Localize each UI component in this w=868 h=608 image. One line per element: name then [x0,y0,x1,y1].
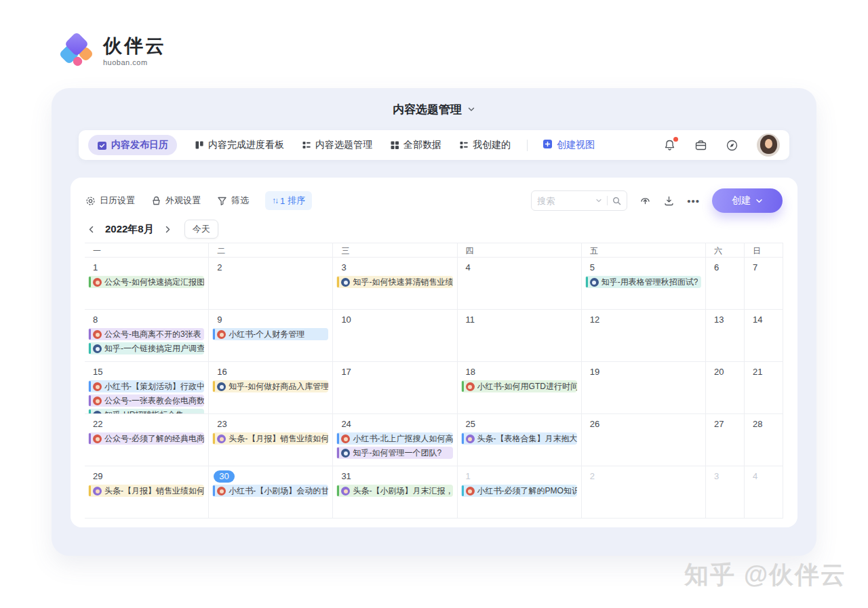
calendar-event[interactable]: 知乎-一个链接搞定用户调查... [88,342,204,354]
calendar-event[interactable]: 小红书-必须了解的PMO知识... [461,485,577,497]
calendar-event[interactable]: 知乎-如何管理一个团队? [336,447,452,459]
tab-全部数据[interactable]: 全部数据 [390,139,441,151]
calendar-day-cell[interactable]: 28 [745,414,783,466]
day-number: 23 [217,418,226,430]
day-number: 1 [466,470,471,483]
calendar-day-cell[interactable]: 1小红书-必须了解的PMO知识... [458,466,582,519]
calendar-day-cell[interactable]: 27 [706,414,745,466]
calendar-day-cell[interactable]: 10 [333,310,457,362]
calendar-event[interactable]: 头条-【月报】销售业绩如何... [88,485,204,497]
compass-icon[interactable] [726,139,738,152]
search-input[interactable] [537,196,585,206]
user-avatar[interactable] [757,134,780,157]
event-title: 知乎-HR招聘指标合集 [104,409,184,415]
tab-label: 内容选题管理 [315,139,372,151]
bell-icon[interactable] [663,139,676,152]
calendar-day-cell[interactable]: 18小红书-如何用GTD进行时间... [458,362,582,414]
calendar-day-cell[interactable]: 26 [582,414,706,466]
create-view-button[interactable]: 创建视图 [542,139,595,151]
kanban-icon [195,140,204,150]
calendar-event[interactable]: 知乎-用表格管理秋招面试? [585,276,701,288]
calendar-day-cell[interactable]: 2 [209,258,333,310]
calendar-day-cell[interactable]: 17 [333,362,457,414]
workspace-card: 内容选题管理 内容发布日历内容完成进度看板内容选题管理全部数据我创建的 创建视图 [52,88,816,556]
calendar-day-cell[interactable]: 29头条-【月报】销售业绩如何... [85,466,209,519]
calendar-event[interactable]: 头条-【小剧场】月末汇报，... [336,485,452,497]
next-month-button[interactable] [162,224,174,235]
assignee-avatar [217,434,226,443]
calendar-day-cell[interactable]: 14 [745,310,783,362]
assignee-avatar [466,487,475,495]
day-number: 25 [466,418,475,430]
calendar-event[interactable]: 公众号-电商离不开的3张表 [88,328,204,340]
search-box[interactable] [531,190,627,211]
chevron-down-icon[interactable] [467,104,475,116]
calendar-event[interactable]: 公众号-必须了解的经典电商... [88,432,204,445]
calendar-day-cell[interactable]: 8公众号-电商离不开的3张表知乎-一个链接搞定用户调查... [85,310,209,362]
calendar-day-cell[interactable]: 4 [458,258,582,310]
day-number: 2 [590,470,595,483]
calendar-day-cell[interactable]: 16知乎-如何做好商品入库管理? [209,362,333,414]
calendar-event[interactable]: 小红书-个人财务管理 [212,328,328,340]
calendar-day-cell[interactable]: 25头条-【表格合集】月末抱大腿 [458,414,582,466]
calendar-day-cell[interactable]: 6 [706,258,745,310]
calendar-day-cell[interactable]: 9小红书-个人财务管理 [209,310,333,362]
calendar-event[interactable]: 小红书-【策划活动】行政中... [88,380,204,392]
search-icon[interactable] [612,197,621,205]
calendar-day-cell[interactable]: 24小红书-北上广抠搜人如何高...知乎-如何管理一个团队? [333,414,457,466]
create-button[interactable]: 创建 [712,188,783,213]
tab-内容选题管理[interactable]: 内容选题管理 [302,139,372,151]
calendar-event[interactable]: 小红书-北上广抠搜人如何高... [336,432,452,445]
calendar-day-cell[interactable]: 22公众号-必须了解的经典电商... [85,414,209,466]
calendar-event[interactable]: 公众号-一张表教会你电商数... [88,394,204,407]
calendar-event[interactable]: 知乎-HR招聘指标合集 [88,409,204,414]
calendar-day-cell[interactable]: 4 [745,466,783,519]
calendar-day-cell[interactable]: 12 [582,310,706,362]
calendar-day-cell[interactable]: 2 [582,466,706,519]
calendar-day-cell[interactable]: 23头条-【月报】销售业绩如何... [209,414,333,466]
event-title: 小红书-必须了解的PMO知识... [477,485,577,497]
sort-button[interactable]: ↑↓ 1 排序 [265,191,312,210]
calendar-event[interactable]: 小红书-如何用GTD进行时间... [461,380,577,392]
calendar-event[interactable]: 小红书-【小剧场】会动的甘... [212,485,328,497]
calendar-event[interactable]: 知乎-如何做好商品入库管理? [212,380,328,392]
tab-label: 全部数据 [403,139,441,151]
filter-button[interactable]: 筛选 [217,195,249,207]
calendar-day-cell[interactable]: 3知乎-如何快速算清销售业绩? [333,258,457,310]
calendar-day-cell[interactable]: 3 [706,466,745,519]
more-options-icon[interactable]: ••• [687,195,700,207]
calendar-day-cell[interactable]: 31头条-【小剧场】月末汇报，... [333,466,457,519]
calendar-event[interactable]: 知乎-如何快速算清销售业绩? [336,276,452,288]
day-number: 9 [217,314,222,326]
tab-我创建的[interactable]: 我创建的 [459,139,511,151]
calendar-day-cell[interactable]: 7 [745,258,783,310]
tab-内容发布日历[interactable]: 内容发布日历 [88,135,177,155]
day-number: 19 [590,366,599,378]
calendar-event[interactable]: 公众号-如何快速搞定汇报图... [88,276,204,288]
calendar-day-cell[interactable]: 15小红书-【策划活动】行政中...公众号-一张表教会你电商数...知乎-HR招… [85,362,209,414]
prev-month-button[interactable] [85,224,97,235]
calendar-day-cell[interactable]: 20 [706,362,745,414]
day-number: 17 [341,366,351,378]
calendar-event[interactable]: 头条-【月报】销售业绩如何... [212,432,328,445]
search-chevron-down-icon[interactable] [595,197,602,204]
calendar-day-cell[interactable]: 30小红书-【小剧场】会动的甘... [209,466,333,519]
calendar-day-cell[interactable]: 11 [458,310,582,362]
tab-label: 我创建的 [473,139,511,151]
calendar-day-cell[interactable]: 19 [582,362,706,414]
calendar-day-cell[interactable]: 1公众号-如何快速搞定汇报图... [85,258,209,310]
tabs-wrap: 内容发布日历内容完成进度看板内容选题管理全部数据我创建的 [88,135,511,155]
briefcase-icon[interactable] [694,139,707,152]
calendar-day-cell[interactable]: 21 [745,362,783,414]
calendar-day-cell[interactable]: 13 [706,310,745,362]
today-button[interactable]: 今天 [184,220,218,239]
search-divider [607,196,608,205]
calendar-day-cell[interactable]: 5知乎-用表格管理秋招面试? [582,258,706,310]
calendar-settings-button[interactable]: 日历设置 [85,195,135,207]
appearance-settings-button[interactable]: 外观设置 [151,195,201,207]
calendar-event[interactable]: 头条-【表格合集】月末抱大腿 [461,432,577,445]
share-upload-icon[interactable] [639,195,651,207]
download-icon[interactable] [663,195,675,207]
tab-内容完成进度看板[interactable]: 内容完成进度看板 [195,139,284,151]
page-title-row[interactable]: 内容选题管理 [52,102,816,117]
